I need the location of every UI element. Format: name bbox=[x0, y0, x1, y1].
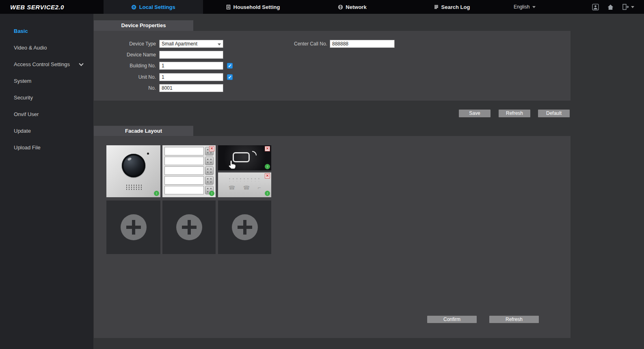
camera-speaker-grille bbox=[125, 184, 143, 191]
empty-module-slot[interactable] bbox=[162, 200, 216, 254]
sidebar-item-video-audio[interactable]: Video & Audio bbox=[0, 39, 93, 56]
tab-label: Search Log bbox=[441, 4, 470, 10]
call-button-row bbox=[164, 147, 214, 155]
facade-refresh-button[interactable]: Refresh bbox=[489, 316, 539, 323]
call-button-row bbox=[164, 157, 214, 165]
tab-label: Local Settings bbox=[139, 4, 175, 10]
device-name-label: Device Name bbox=[94, 51, 156, 59]
language-select[interactable]: English bbox=[514, 4, 536, 10]
device-name-input[interactable] bbox=[159, 51, 223, 59]
default-button[interactable]: Default bbox=[538, 110, 570, 117]
center-call-no-label: Center Call No. bbox=[256, 40, 327, 48]
empty-module-slot[interactable] bbox=[218, 200, 271, 254]
sidebar-item-onvif-user[interactable]: Onvif User bbox=[0, 106, 93, 123]
building-no-checkbox[interactable] bbox=[227, 63, 233, 69]
arrow-up-badge-icon[interactable]: ↑ bbox=[209, 191, 214, 196]
content-area: Device Properties Device Type Small Apar… bbox=[93, 14, 644, 349]
sidebar-item-system[interactable]: System bbox=[0, 73, 93, 89]
remove-icon[interactable]: ✕ bbox=[265, 146, 270, 151]
contactless-wave-icon bbox=[252, 151, 257, 155]
device-type-select[interactable]: Small Apartment bbox=[159, 40, 223, 48]
indicator-dots bbox=[228, 177, 262, 181]
chevron-down-icon bbox=[218, 43, 221, 45]
unit-no-input[interactable] bbox=[159, 73, 223, 81]
arrow-up-badge-icon[interactable]: ↑ bbox=[265, 164, 270, 169]
card-icon bbox=[233, 152, 250, 162]
sidebar-item-label: Access Control Settings bbox=[14, 61, 70, 67]
app-logo: WEB SERVICE2.0 bbox=[0, 4, 104, 11]
no-label: No. bbox=[94, 84, 156, 92]
facade-module-button-list[interactable]: ✕ ↑ bbox=[162, 145, 216, 197]
remove-icon[interactable]: ✕ bbox=[265, 173, 270, 179]
no-input[interactable] bbox=[159, 84, 223, 92]
device-type-value: Small Apartment bbox=[162, 41, 197, 47]
name-plate bbox=[164, 186, 204, 194]
building-icon bbox=[226, 4, 231, 10]
camera-lens bbox=[122, 154, 145, 177]
confirm-button[interactable]: Confirm bbox=[427, 316, 477, 323]
tab-network[interactable]: Network bbox=[303, 0, 402, 14]
indicator-icons: ☎ ☎ ⌐ bbox=[218, 185, 271, 191]
empty-module-slot[interactable] bbox=[106, 200, 160, 254]
add-module-icon bbox=[232, 214, 258, 240]
call-button-row bbox=[164, 166, 214, 175]
sidebar-item-upload-file[interactable]: Upload File bbox=[0, 139, 93, 156]
facade-module-camera[interactable]: ↑ bbox=[106, 145, 160, 197]
sidebar-item-label: Basic bbox=[14, 28, 28, 34]
chevron-down-icon bbox=[631, 6, 634, 8]
tab-label: Household Setting bbox=[233, 4, 280, 10]
device-type-label: Device Type bbox=[94, 40, 156, 48]
tab-search-log[interactable]: Search Log bbox=[402, 0, 501, 14]
chevron-down-icon bbox=[532, 6, 536, 8]
save-button[interactable]: Save bbox=[459, 110, 491, 117]
sidebar-item-basic[interactable]: Basic bbox=[0, 23, 93, 39]
add-module-icon bbox=[121, 214, 147, 240]
refresh-button[interactable]: Refresh bbox=[499, 110, 530, 117]
facade-module-card-reader[interactable]: ✕ ↑ bbox=[218, 145, 271, 170]
facade-module-indicator[interactable]: ☎ ☎ ⌐ ✕ ↑ bbox=[218, 172, 271, 197]
tab-local-settings[interactable]: ⚙ Local Settings bbox=[104, 0, 203, 14]
logout-icon[interactable] bbox=[622, 4, 634, 10]
topbar: WEB SERVICE2.0 ⚙ Local Settings Househol… bbox=[0, 0, 644, 14]
sidebar-item-label: Onvif User bbox=[14, 111, 39, 117]
sidebar-item-label: Update bbox=[14, 128, 31, 134]
home-icon[interactable] bbox=[607, 4, 614, 11]
main-nav: ⚙ Local Settings Household Setting Netwo… bbox=[104, 0, 501, 14]
arrow-up-badge-icon[interactable]: ↑ bbox=[265, 191, 270, 196]
unit-no-row: Unit No. bbox=[94, 73, 571, 81]
language-label: English bbox=[514, 4, 529, 10]
chevron-down-icon bbox=[79, 61, 83, 66]
unit-no-checkbox[interactable] bbox=[227, 74, 233, 80]
facade-layout-panel: ↑ ✕ ↑ ✕ ↑ ☎ ☎ ⌐ ✕ ↑ bbox=[94, 136, 571, 338]
name-plate bbox=[164, 147, 204, 155]
device-properties-panel: Device Type Small Apartment Center Call … bbox=[94, 31, 571, 101]
globe-icon bbox=[338, 4, 343, 10]
sidebar-item-access-control-settings[interactable]: Access Control Settings bbox=[0, 56, 93, 73]
gear-icon: ⚙ bbox=[131, 4, 136, 10]
building-no-input[interactable] bbox=[159, 62, 223, 70]
building-no-row: Building No. bbox=[94, 62, 571, 70]
talk-icon: ☎ bbox=[243, 185, 250, 191]
sidebar-item-label: Security bbox=[14, 95, 33, 101]
sidebar-item-update[interactable]: Update bbox=[0, 123, 93, 139]
remove-icon[interactable]: ✕ bbox=[209, 146, 214, 151]
sidebar-item-security[interactable]: Security bbox=[0, 89, 93, 106]
sidebar: Basic Video & Audio Access Control Setti… bbox=[0, 14, 93, 349]
call-icon: ☎ bbox=[229, 185, 235, 191]
call-button bbox=[205, 166, 214, 175]
unit-no-label: Unit No. bbox=[94, 73, 156, 81]
facade-layout-tab: Facade Layout bbox=[94, 126, 193, 136]
unlock-icon: ⌐ bbox=[258, 185, 261, 191]
call-button-row bbox=[164, 186, 214, 194]
call-button bbox=[205, 157, 214, 165]
name-plate bbox=[164, 176, 204, 185]
add-module-icon bbox=[176, 214, 202, 240]
center-call-no-input[interactable] bbox=[330, 40, 395, 48]
call-button-row bbox=[164, 176, 214, 185]
arrow-up-badge-icon[interactable]: ↑ bbox=[154, 191, 159, 196]
user-icon[interactable] bbox=[592, 4, 599, 11]
sidebar-item-label: Video & Audio bbox=[14, 45, 47, 51]
tab-household-setting[interactable]: Household Setting bbox=[203, 0, 303, 14]
device-type-row: Device Type Small Apartment Center Call … bbox=[94, 40, 571, 48]
building-no-label: Building No. bbox=[94, 62, 156, 70]
